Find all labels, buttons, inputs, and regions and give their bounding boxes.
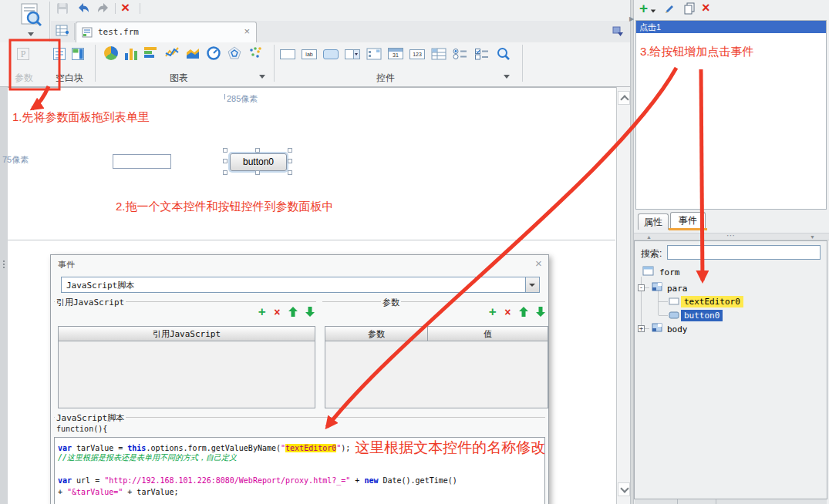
number-icon[interactable]: 123 <box>409 49 425 59</box>
chevron-down-icon[interactable] <box>259 75 265 79</box>
event-list-item-selected[interactable]: 点击1 <box>636 21 826 33</box>
add-icon[interactable]: + <box>258 307 266 318</box>
params-toolbar: + × <box>322 306 545 318</box>
redo-icon[interactable] <box>96 2 110 14</box>
new-grid-icon[interactable] <box>55 23 72 40</box>
label-icon[interactable]: lab <box>302 49 317 59</box>
selection-handle[interactable] <box>255 170 260 175</box>
bar-chart-icon[interactable] <box>144 46 158 60</box>
add-icon[interactable]: + <box>489 307 497 318</box>
delete-icon[interactable]: × <box>121 0 130 16</box>
undo-icon[interactable] <box>76 2 90 14</box>
selection-handle[interactable] <box>288 170 292 175</box>
right-panel-splitter[interactable]: ▲ ⋯ ▼ <box>634 233 829 240</box>
code-token: "http://192.168.101.226:8080/WebReport/p… <box>104 476 350 485</box>
button-widget-icon[interactable] <box>323 49 339 59</box>
checkbox-group-icon[interactable] <box>474 48 490 60</box>
collapse-toggle-icon[interactable]: - <box>638 284 645 291</box>
document-tab[interactable]: test.frm × <box>76 22 257 42</box>
tab-properties[interactable]: 属性 <box>638 213 669 230</box>
checkbox-panel-icon[interactable] <box>366 48 382 60</box>
button0-widget[interactable]: button0 <box>230 153 287 171</box>
code-token: "&tarValue=" <box>67 488 123 496</box>
move-down-icon[interactable] <box>305 307 315 317</box>
code-token: ); <box>341 444 350 452</box>
tree-node-para[interactable]: para <box>667 284 688 294</box>
canvas-vertical-scrollbar[interactable] <box>616 87 630 504</box>
scroll-up-button[interactable] <box>618 91 630 105</box>
close-icon[interactable]: × <box>535 257 542 270</box>
close-icon[interactable]: × <box>244 25 250 38</box>
tab-overflow-icon[interactable] <box>612 25 625 38</box>
code-line: + "&tarValue=" + tarValue; <box>58 486 541 498</box>
params-table[interactable]: 参数 值 <box>325 326 548 408</box>
bottom-strip <box>635 499 827 504</box>
combo-button[interactable] <box>525 277 539 292</box>
textfield-icon[interactable] <box>280 49 295 59</box>
search-label: 搜索: <box>641 247 662 260</box>
save-icon[interactable] <box>56 2 69 15</box>
group-line <box>322 301 545 302</box>
params-col-name: 参数 <box>325 328 427 340</box>
move-up-icon[interactable] <box>519 307 528 317</box>
copy-icon[interactable] <box>683 2 696 15</box>
event-type-select[interactable]: JavaScript脚本 <box>61 277 540 293</box>
date-icon[interactable]: 31 <box>388 48 403 59</box>
reference-table[interactable]: 引用JavaScript <box>58 326 315 408</box>
column-chart-icon[interactable] <box>124 46 138 60</box>
text-editor-widget[interactable] <box>113 154 171 169</box>
selection-handle[interactable] <box>223 170 227 175</box>
combobox-icon[interactable] <box>345 49 360 59</box>
code-token: //这里根据是报表还是表单用不同的方式，自己定义 <box>58 453 237 462</box>
tab-events[interactable]: 事件 <box>670 212 706 230</box>
table-tree-icon[interactable] <box>431 48 447 60</box>
splitter-dots-icon[interactable]: ⋯ <box>726 232 736 238</box>
selection-handle[interactable] <box>223 148 227 153</box>
javascript-code-editor[interactable]: var tarValue = this.options.form.getValu… <box>54 437 545 504</box>
delete-icon[interactable]: × <box>702 0 710 16</box>
gauge-chart-icon[interactable] <box>207 46 221 60</box>
radar-chart-icon[interactable] <box>227 46 241 60</box>
move-down-icon[interactable] <box>536 307 545 317</box>
report-block-icon[interactable] <box>52 47 66 61</box>
line-chart-icon[interactable] <box>165 46 179 60</box>
tree-node-texteditor0[interactable]: textEditor0 <box>681 296 743 307</box>
ruler-top-label: 285像素 <box>227 93 258 105</box>
tree-node-body[interactable]: body <box>667 324 688 334</box>
expand-toggle-icon[interactable]: + <box>638 325 645 332</box>
button-widget-icon <box>669 311 679 319</box>
pie-chart-icon[interactable] <box>104 46 118 60</box>
search-input[interactable] <box>667 245 821 260</box>
code-token: 这里根据文本控件的名称修改 <box>355 442 545 453</box>
edit-icon[interactable] <box>663 3 675 15</box>
divider <box>74 23 75 40</box>
selection-handle[interactable] <box>288 159 292 163</box>
tree-node-button0[interactable]: button0 <box>681 310 723 321</box>
left-collapsed-panel[interactable] <box>0 87 8 504</box>
chevron-down-icon[interactable] <box>651 10 655 13</box>
code-token: url = <box>72 476 104 485</box>
selection-handle[interactable] <box>288 148 292 153</box>
move-up-icon[interactable] <box>288 307 298 317</box>
drag-handle-icon[interactable] <box>3 260 5 262</box>
parameter-panel-button[interactable]: P 参数 <box>9 44 49 86</box>
add-icon[interactable]: + <box>639 3 648 14</box>
chevron-down-icon[interactable] <box>504 75 510 79</box>
tree-line <box>658 291 659 315</box>
tree-node-form[interactable]: form <box>659 267 680 277</box>
selection-handle[interactable] <box>255 148 260 153</box>
triangle-up-icon[interactable]: ▲ <box>646 234 652 240</box>
scatter-chart-icon[interactable] <box>248 46 262 60</box>
panel-icon <box>652 323 662 332</box>
chart-block-icon[interactable] <box>71 47 85 61</box>
delete-icon[interactable]: × <box>274 307 280 318</box>
scroll-down-button[interactable] <box>618 482 630 496</box>
query-icon[interactable] <box>496 46 511 62</box>
triangle-down-icon[interactable]: ▼ <box>810 234 815 240</box>
preview-button[interactable] <box>14 2 48 40</box>
selection-handle[interactable] <box>223 159 227 163</box>
radio-group-icon[interactable] <box>453 48 468 60</box>
blank-block-label: 空白块 <box>56 72 83 85</box>
area-chart-icon[interactable] <box>186 46 200 60</box>
delete-icon[interactable]: × <box>504 307 511 318</box>
